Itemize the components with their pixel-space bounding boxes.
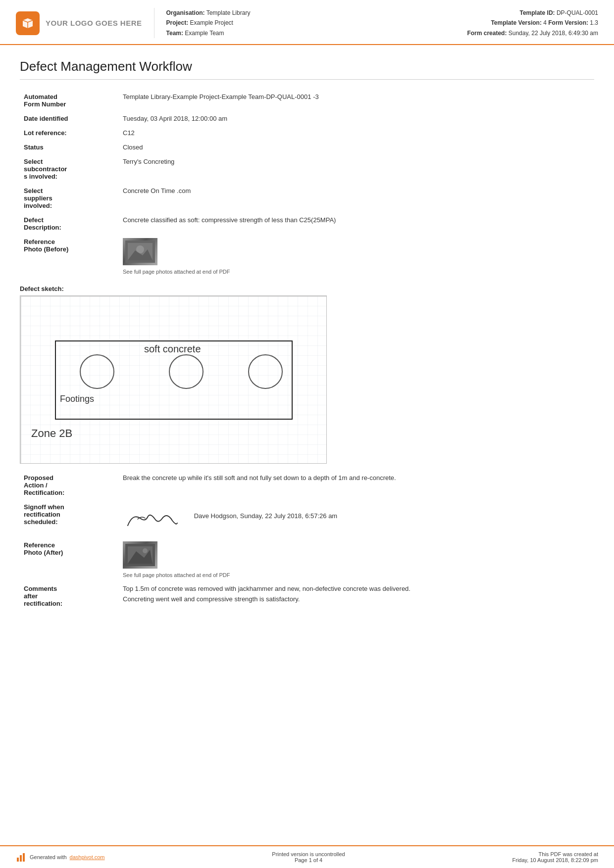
field-label-subcontractors: Select subcontractor s involved: xyxy=(20,154,119,184)
sketch-text-soft: soft concrete xyxy=(144,343,201,355)
photo-after-image xyxy=(123,541,157,569)
field-value-defect: Concrete classified as soft: compressive… xyxy=(119,213,594,235)
team-value: Example Team xyxy=(185,30,224,37)
field-value-status: Closed xyxy=(119,140,594,154)
footer-center: Printed version is uncontrolled Page 1 o… xyxy=(272,851,345,863)
dashpivot-icon xyxy=(16,852,27,863)
field-value-date: Tuesday, 03 April 2018, 12:00:00 am xyxy=(119,111,594,126)
footer-pdf-created-value: Friday, 10 August 2018, 8:22:09 pm xyxy=(512,857,598,863)
signoff-name-date: Dave Hodgson, Sunday, 22 July 2018, 6:57… xyxy=(194,512,338,520)
field-value-automated: Template Library-Example Project-Example… xyxy=(119,90,594,111)
logo-text: YOUR LOGO GOES HERE xyxy=(46,19,142,27)
defect-sketch-section: Defect sketch: xyxy=(20,285,594,464)
signature-image xyxy=(123,503,182,534)
field-value-photo-after: See full page photos attached at end of … xyxy=(119,538,594,581)
field-defect-description: Defect Description: Concrete classified … xyxy=(20,213,594,235)
logo-icon xyxy=(16,11,40,35)
comments-line-1: Top 1.5m of concrete was removed with ja… xyxy=(123,585,590,592)
template-version-label: Template Version: xyxy=(491,19,541,26)
field-label-signoff: Signoff when rectification scheduled: xyxy=(20,500,119,538)
field-label-proposed-action: Proposed Action / Rectification: xyxy=(20,471,119,500)
field-value-proposed-action: Break the concrete up while it's still s… xyxy=(119,471,594,500)
header-meta: Organisation: Template Library Project: … xyxy=(166,8,467,38)
field-value-subcontractors: Terry's Concreting xyxy=(119,154,594,184)
header-right: Template ID: DP-QUAL-0001 Template Versi… xyxy=(467,8,598,38)
defect-sketch-canvas: soft concrete Footings Zone 2B xyxy=(20,295,327,464)
team-label: Team: xyxy=(166,30,183,37)
field-signoff: Signoff when rectification scheduled: Da… xyxy=(20,500,594,538)
form-version-label: Form Version: xyxy=(548,19,588,26)
svg-rect-12 xyxy=(23,853,25,862)
page: YOUR LOGO GOES HERE Organisation: Templa… xyxy=(0,0,614,868)
field-select-suppliers: Select suppliers involved: Concrete On T… xyxy=(20,184,594,213)
footer: Generated with dashpivot.com Printed ver… xyxy=(0,845,614,868)
field-label-suppliers: Select suppliers involved: xyxy=(20,184,119,213)
svg-rect-11 xyxy=(20,855,22,862)
logo-section: YOUR LOGO GOES HERE xyxy=(16,8,154,38)
field-label-comments: Comments after rectification: xyxy=(20,581,119,611)
form-created-label: Form created: xyxy=(467,30,507,37)
field-label-date: Date identified xyxy=(20,111,119,126)
field-value-suppliers: Concrete On Time .com xyxy=(119,184,594,213)
field-reference-photo-before: Reference Photo (Before) xyxy=(20,235,594,278)
sketch-circle-2 xyxy=(169,354,204,389)
doc-title: Defect Management Workflow xyxy=(20,59,594,80)
comments-line-2: Concreting went well and compressive str… xyxy=(123,595,590,603)
photo-before-thumbnail xyxy=(123,238,157,265)
field-label-defect: Defect Description: xyxy=(20,213,119,235)
org-label: Organisation: xyxy=(166,9,205,16)
field-value-comments: Top 1.5m of concrete was removed with ja… xyxy=(119,581,594,611)
field-label-automated: Automated Form Number xyxy=(20,90,119,111)
footer-generated-text: Generated with xyxy=(30,854,67,860)
field-status: Status Closed xyxy=(20,140,594,154)
field-label-photo-after: Reference Photo (After) xyxy=(20,538,119,581)
sketch-circle-3 xyxy=(248,354,283,389)
project-value: Example Project xyxy=(190,19,233,26)
footer-uncontrolled: Printed version is uncontrolled xyxy=(272,851,345,857)
footer-page: Page 1 of 4 xyxy=(272,857,345,863)
field-reference-photo-after: Reference Photo (After) xyxy=(20,538,594,581)
main-content: Defect Management Workflow Automated For… xyxy=(0,45,614,621)
template-id-label: Template ID: xyxy=(519,9,555,16)
template-version-value: 4 xyxy=(543,19,547,26)
sketch-text-zone: Zone 2B xyxy=(31,427,72,440)
form-created-value: Sunday, 22 July 2018, 6:49:30 am xyxy=(509,30,598,37)
footer-right: This PDF was created at Friday, 10 Augus… xyxy=(512,851,598,863)
svg-rect-10 xyxy=(17,858,19,862)
photo-before-image xyxy=(123,238,157,265)
field-comments: Comments after rectification: Top 1.5m o… xyxy=(20,581,594,611)
field-value-photo-before: See full page photos attached at end of … xyxy=(119,235,594,278)
field-value-lot: C12 xyxy=(119,126,594,140)
field-date-identified: Date identified Tuesday, 03 April 2018, … xyxy=(20,111,594,126)
field-lot-reference: Lot reference: C12 xyxy=(20,126,594,140)
field-proposed-action: Proposed Action / Rectification: Break t… xyxy=(20,471,594,500)
field-automated-form-number: Automated Form Number Template Library-E… xyxy=(20,90,594,111)
sketch-text-footings: Footings xyxy=(60,394,94,404)
field-label-status: Status xyxy=(20,140,119,154)
defect-sketch-label: Defect sketch: xyxy=(20,285,594,292)
template-id-value: DP-QUAL-0001 xyxy=(557,9,598,16)
org-value: Template Library xyxy=(206,9,251,16)
sketch-circle-1 xyxy=(80,354,114,389)
footer-site-link[interactable]: dashpivot.com xyxy=(70,854,105,860)
header: YOUR LOGO GOES HERE Organisation: Templa… xyxy=(0,0,614,45)
form-version-value: 1.3 xyxy=(590,19,598,26)
photo-after-note: See full page photos attached at end of … xyxy=(123,572,590,578)
form-fields-table-2: Proposed Action / Rectification: Break t… xyxy=(20,471,594,611)
footer-left: Generated with dashpivot.com xyxy=(16,852,105,863)
photo-before-note: See full page photos attached at end of … xyxy=(123,269,590,275)
sketch-drawing: soft concrete Footings Zone 2B xyxy=(20,296,326,463)
field-label-photo-before: Reference Photo (Before) xyxy=(20,235,119,278)
signature-drawing xyxy=(123,503,182,533)
field-value-signoff: Dave Hodgson, Sunday, 22 July 2018, 6:57… xyxy=(119,500,594,538)
field-label-lot: Lot reference: xyxy=(20,126,119,140)
footer-pdf-created-label: This PDF was created at xyxy=(512,851,598,857)
svg-point-9 xyxy=(143,548,148,553)
photo-after-thumbnail xyxy=(123,541,157,569)
form-fields-table: Automated Form Number Template Library-E… xyxy=(20,90,594,278)
field-select-subcontractors: Select subcontractor s involved: Terry's… xyxy=(20,154,594,184)
project-label: Project: xyxy=(166,19,189,26)
